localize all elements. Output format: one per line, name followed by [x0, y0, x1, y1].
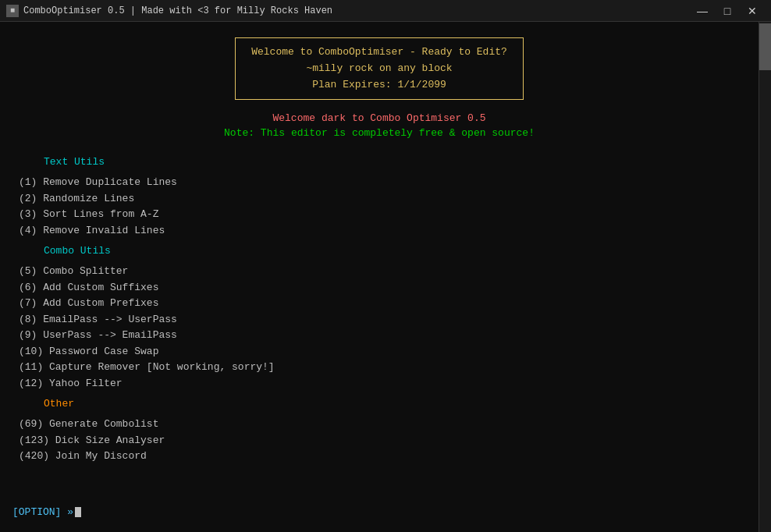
minimize-button[interactable]: —	[690, 0, 715, 22]
welcome-title: Welcome dark to Combo Optimiser 0.5	[12, 112, 746, 124]
prompt-line: [OPTION] »	[12, 506, 746, 518]
list-item[interactable]: (420) Join My Discord	[12, 449, 746, 464]
close-button[interactable]: ✕	[740, 0, 765, 22]
list-item[interactable]: (69) Generate Combolist	[12, 417, 746, 432]
welcome-line1: Welcome to ComboOptimiser - Ready to Edi…	[251, 44, 507, 61]
list-item[interactable]: (10) Password Case Swap	[12, 344, 746, 360]
welcome-box: Welcome to ComboOptimiser - Ready to Edi…	[235, 37, 524, 100]
prompt-label: [OPTION] »	[12, 506, 73, 518]
list-item[interactable]: (12) Yahoo Filter	[12, 376, 746, 392]
welcome-note: Note: This editor is completely free & o…	[12, 127, 746, 139]
list-item[interactable]: (9) UserPass --> EmailPass	[12, 328, 746, 343]
list-item[interactable]: (6) Add Custom Suffixes	[12, 280, 746, 296]
terminal-content: Welcome to ComboOptimiser - Ready to Edi…	[0, 22, 759, 532]
list-item[interactable]: (7) Add Custom Prefixes	[12, 296, 746, 311]
cursor	[75, 507, 81, 517]
window-controls: — □ ✕	[690, 0, 765, 22]
maximize-button[interactable]: □	[715, 0, 740, 22]
welcome-line3: Plan Expires: 1/1/2099	[251, 77, 507, 94]
text-utils-items: (1) Remove Duplicate Lines (2) Randomize…	[12, 174, 746, 239]
main-area: Welcome to ComboOptimiser - Ready to Edi…	[0, 22, 771, 532]
scrollbar[interactable]	[759, 22, 771, 532]
list-item[interactable]: (11) Capture Remover [Not working, sorry…	[12, 360, 746, 375]
list-item[interactable]: (8) EmailPass --> UserPass	[12, 312, 746, 328]
list-item[interactable]: (1) Remove Duplicate Lines	[12, 175, 746, 190]
title-bar-text: ComboOptimiser 0.5 | Made with <3 for Mi…	[23, 5, 690, 16]
list-item[interactable]: (123) Dick Size Analyser	[12, 433, 746, 449]
list-item[interactable]: (4) Remove Invalid Lines	[12, 223, 746, 239]
other-header: Other	[44, 398, 746, 410]
title-bar: ■ ComboOptimiser 0.5 | Made with <3 for …	[0, 0, 771, 22]
text-utils-header: Text Utils	[44, 156, 746, 168]
combo-utils-header: Combo Utils	[44, 245, 746, 257]
other-items: (69) Generate Combolist (123) Dick Size …	[12, 416, 746, 465]
welcome-line2: ~milly rock on any block	[251, 61, 507, 77]
list-item[interactable]: (3) Sort Lines from A-Z	[12, 207, 746, 222]
list-item[interactable]: (2) Randomize Lines	[12, 191, 746, 207]
prompt-area: [OPTION] »	[12, 494, 746, 524]
combo-utils-items: (5) Combo Splitter (6) Add Custom Suffix…	[12, 263, 746, 392]
scrollbar-thumb[interactable]	[759, 23, 771, 70]
app-icon: ■	[6, 5, 19, 17]
list-item[interactable]: (5) Combo Splitter	[12, 264, 746, 279]
